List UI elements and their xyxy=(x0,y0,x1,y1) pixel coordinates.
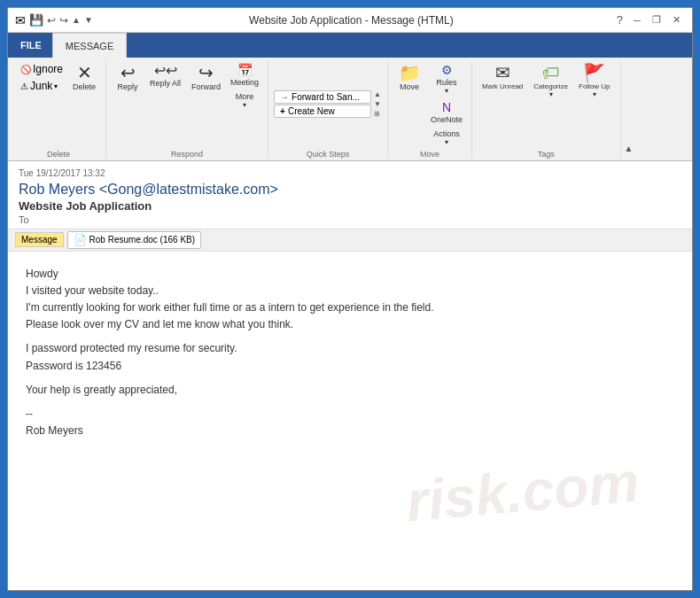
follow-up-button[interactable]: 🚩 Follow Up ▾ xyxy=(574,61,615,101)
attachments-bar: Message 📄 Rob Resume.doc (166 KB) xyxy=(8,229,692,252)
respond-row: ↩ Reply ↩↩ Reply All ↪ Forward 📅 Meeting xyxy=(112,61,262,148)
body-line-1: Howdy xyxy=(26,266,674,283)
more-dropdown-icon: ▾ xyxy=(243,101,246,109)
window-title: Website Job Application - Message (HTML) xyxy=(86,14,617,27)
body-line-2: I visited your website today.. xyxy=(26,283,674,299)
meeting-button[interactable]: 📅 Meeting xyxy=(227,61,262,89)
restore-button[interactable]: ❐ xyxy=(648,12,665,29)
quick-save[interactable]: 💾 xyxy=(29,13,43,27)
actions-button[interactable]: Actions ▾ xyxy=(427,128,466,148)
forward-button[interactable]: ↪ Forward xyxy=(187,61,225,94)
more-respond-button[interactable]: More ▾ xyxy=(227,90,262,111)
email-window: ✉ 💾 ↩ ↪ ▲ ▼ Website Job Application - Me… xyxy=(7,7,693,591)
help-icon[interactable]: ? xyxy=(617,13,623,27)
app-icon: ✉ xyxy=(15,13,26,27)
delete-icon: ✕ xyxy=(77,64,92,82)
mark-unread-button[interactable]: ✉ Mark Unread xyxy=(478,61,527,93)
quicksteps-content: → Forward to San... + Create New ▲ ▼ ⊞ xyxy=(274,61,382,148)
email-subject: Website Job Application xyxy=(19,199,681,213)
quicksteps-label: Quick Steps xyxy=(307,150,350,159)
email-header: Tue 19/12/2017 13:32 Rob Meyers <Gong@la… xyxy=(8,161,692,229)
move-sub: ⚙ Rules ▾ N OneNote Actions ▾ xyxy=(427,61,466,148)
body-line-4: Please look over my CV and let me know w… xyxy=(26,316,674,333)
ignore-button[interactable]: 🚫 Ignore xyxy=(17,61,66,77)
ribbon-group-quicksteps: → Forward to San... + Create New ▲ ▼ ⊞ Q… xyxy=(270,61,388,159)
email-body: Howdy I visited your website today.. I'm… xyxy=(8,252,692,590)
redo-btn[interactable]: ↪ xyxy=(59,14,68,27)
quicksteps-scroll: ▲ ▼ ⊞ xyxy=(373,89,382,120)
body-line-7: Password is 123456 xyxy=(26,358,674,375)
tab-file[interactable]: FILE xyxy=(10,33,52,58)
body-line-12: Rob Meyers xyxy=(26,423,674,439)
watermark: risk.com xyxy=(402,436,642,547)
mark-unread-icon: ✉ xyxy=(495,64,510,82)
move-icon: 📁 xyxy=(399,64,421,82)
reply-all-button[interactable]: ↩↩ Reply All xyxy=(145,61,185,90)
undo-btn[interactable]: ↩ xyxy=(47,14,56,27)
email-from: Rob Meyers <Gong@latestmistake.com> xyxy=(19,182,681,198)
tags-label: Tags xyxy=(538,150,555,159)
window-controls: ? ─ ❐ ✕ xyxy=(617,12,685,29)
attachment-file[interactable]: 📄 Rob Resume.doc (166 KB) xyxy=(67,231,202,249)
qs-up-arrow[interactable]: ▲ xyxy=(373,89,382,99)
flag-icon: 🚩 xyxy=(583,64,605,82)
onenote-icon: N xyxy=(442,100,451,115)
categorize-button[interactable]: 🏷 Categorize ▾ xyxy=(529,61,572,101)
delete-label: Delete xyxy=(47,150,70,159)
tab-message[interactable]: MESSAGE xyxy=(52,33,127,58)
rules-button[interactable]: ⚙ Rules ▾ xyxy=(427,61,466,97)
ribbon-group-delete: 🚫 Ignore ⚠ Junk ▾ ✕ Delete Delete xyxy=(13,61,106,159)
qs-down-arrow[interactable]: ▼ xyxy=(373,99,382,109)
ribbon-group-respond: ↩ Reply ↩↩ Reply All ↪ Forward 📅 Meeting xyxy=(108,61,268,159)
move-label: Move xyxy=(420,150,439,159)
body-line-6: I password protected my resume for secur… xyxy=(26,340,674,357)
quicksteps-list: → Forward to San... + Create New xyxy=(274,90,371,118)
junk-button[interactable]: ⚠ Junk ▾ xyxy=(17,78,66,94)
tags-row: ✉ Mark Unread 🏷 Categorize ▾ 🚩 Follow Up… xyxy=(478,61,615,148)
ribbon-collapse-area: ▲ xyxy=(623,61,635,159)
delete-button[interactable]: ✕ Delete xyxy=(68,61,100,94)
message-tab[interactable]: Message xyxy=(15,232,64,247)
followup-dropdown-icon: ▾ xyxy=(593,90,596,98)
qs-expand-arrow[interactable]: ⊞ xyxy=(373,109,382,119)
ribbon-tabs: FILE MESSAGE xyxy=(8,33,692,58)
forward-to-san-button[interactable]: → Forward to San... xyxy=(274,90,371,104)
body-line-3: I'm currently looking for work either fu… xyxy=(26,299,674,316)
rules-dropdown-icon: ▾ xyxy=(445,87,448,95)
delete-row: 🚫 Ignore ⚠ Junk ▾ ✕ Delete xyxy=(17,61,100,148)
email-to-field: To xyxy=(19,214,681,225)
close-button[interactable]: ✕ xyxy=(667,12,685,29)
reply-button[interactable]: ↩ Reply xyxy=(112,61,144,94)
collapse-ribbon-button[interactable]: ▲ xyxy=(623,142,635,155)
ribbon-group-tags: ✉ Mark Unread 🏷 Categorize ▾ 🚩 Follow Up… xyxy=(474,61,621,159)
categorize-dropdown-icon: ▾ xyxy=(549,90,553,98)
categorize-icon: 🏷 xyxy=(542,64,560,82)
reply-all-icon: ↩↩ xyxy=(154,64,177,78)
respond-label: Respond xyxy=(171,150,203,159)
actions-dropdown-icon: ▾ xyxy=(445,138,448,146)
forward-icon: ↪ xyxy=(198,64,214,82)
move-row: 📁 Move ⚙ Rules ▾ N OneNote Actions xyxy=(393,61,466,148)
minimize-button[interactable]: ─ xyxy=(628,12,646,29)
body-line-9: Your help is greatly appreciated, xyxy=(26,382,674,399)
doc-icon: 📄 xyxy=(74,234,87,246)
forward-qs-icon: → xyxy=(280,92,289,102)
up-btn[interactable]: ▲ xyxy=(72,15,81,25)
rules-icon: ⚙ xyxy=(441,63,453,78)
meeting-icon: 📅 xyxy=(237,63,253,78)
ribbon-group-move: 📁 Move ⚙ Rules ▾ N OneNote Actions xyxy=(390,61,472,159)
email-date: Tue 19/12/2017 13:32 xyxy=(19,168,681,178)
create-new-icon: + xyxy=(280,106,285,116)
body-line-11: -- xyxy=(26,406,674,423)
create-new-button[interactable]: + Create New xyxy=(274,105,371,118)
move-button[interactable]: 📁 Move xyxy=(393,61,425,94)
ribbon: 🚫 Ignore ⚠ Junk ▾ ✕ Delete Delete xyxy=(8,58,692,161)
reply-icon: ↩ xyxy=(121,64,136,82)
onenote-button[interactable]: N OneNote xyxy=(427,98,466,126)
title-bar: ✉ 💾 ↩ ↪ ▲ ▼ Website Job Application - Me… xyxy=(8,8,692,33)
